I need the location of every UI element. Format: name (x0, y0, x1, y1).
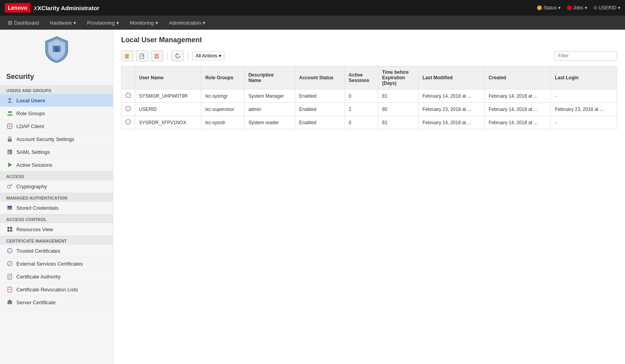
svg-rect-19 (10, 227, 12, 229)
sidebar-item-cert-authority-label: Certificate Authority (16, 274, 61, 280)
sidebar-item-external-certs-label: External Services Certificates (16, 261, 83, 267)
sidebar-icon-area (0, 30, 113, 70)
add-user-button[interactable] (121, 50, 134, 61)
edit-user-button[interactable] (136, 50, 148, 61)
col-header-role-groups[interactable]: Role Groups (201, 66, 244, 89)
external-certs-icon: ✓ (6, 260, 13, 267)
svg-rect-33 (9, 300, 11, 302)
sidebar-item-stored-credentials[interactable]: Stored Credentials (0, 202, 113, 214)
col-header-username[interactable]: User Name (135, 66, 201, 89)
sidebar-item-active-sessions[interactable]: Active Sessions (0, 159, 113, 171)
status-button[interactable]: Status ▾ (537, 5, 561, 11)
col-header-active-sessions[interactable]: ActiveSessions (345, 66, 378, 89)
sidebar-item-resources-view[interactable]: Resources View (0, 223, 113, 236)
resources-view-icon (6, 226, 13, 233)
sidebar-item-role-groups-label: Role Groups (16, 111, 45, 116)
status-chevron-icon: ▾ (558, 5, 561, 11)
row-radio-1[interactable] (121, 103, 135, 116)
hardware-chevron-icon: ▾ (73, 20, 76, 26)
user-icon: ⊙ (593, 5, 597, 11)
cell-time-expiration-0: 81 (378, 89, 418, 103)
cell-account-status-2: Enabled (295, 116, 345, 129)
sidebar-item-cert-revocation[interactable]: Certificate Revocation Lists (0, 283, 113, 296)
svg-text:✓: ✓ (8, 262, 11, 266)
table-header-row: User Name Role Groups DescriptiveName Ac… (121, 66, 617, 89)
status-warning-icon (537, 5, 542, 10)
cell-role-groups-2: lxc-sysrdr (201, 116, 244, 129)
filter-input[interactable] (555, 51, 617, 61)
cell-last-modified-1: February 23, 2018 at ... (418, 103, 484, 116)
nav-dashboard[interactable]: ⊞ Dashboard (3, 16, 44, 30)
sidebar-item-cert-authority[interactable]: Certificate Authority (0, 270, 113, 283)
refresh-button[interactable] (171, 50, 184, 61)
col-header-last-modified[interactable]: Last Modified (418, 66, 484, 89)
cell-role-groups-1: lxc-supervisor (201, 103, 244, 116)
svg-rect-9 (8, 139, 12, 142)
dashboard-icon: ⊞ (8, 20, 12, 26)
nav-monitoring[interactable]: Monitoring ▾ (125, 16, 163, 30)
sidebar-item-external-certs[interactable]: ✓ External Services Certificates (0, 257, 113, 270)
userid-button[interactable]: ⊙ USERID ▾ (593, 5, 620, 11)
svg-rect-17 (7, 206, 12, 207)
nav-provisioning[interactable]: Provisioning ▾ (82, 16, 124, 30)
cell-time-expiration-2: 81 (378, 116, 418, 129)
nav-hardware[interactable]: Hardware ▾ (45, 16, 81, 30)
refresh-icon (175, 53, 181, 59)
cell-last-login-2: - (551, 116, 617, 129)
sidebar: Security Users and Groups Local Users Ro… (0, 30, 113, 364)
cell-account-status-0: Enabled (295, 89, 345, 103)
svg-rect-20 (7, 230, 9, 232)
sidebar-item-local-users[interactable]: Local Users (0, 94, 113, 107)
administration-chevron-icon: ▾ (203, 20, 205, 26)
sidebar-item-active-sessions-label: Active Sessions (16, 162, 52, 168)
radio-button-1[interactable] (125, 106, 131, 111)
sidebar-item-local-users-label: Local Users (16, 98, 45, 103)
all-actions-dropdown[interactable]: All Actions ▾ (192, 52, 225, 60)
col-header-radio (121, 66, 135, 89)
cell-last-modified-2: February 14, 2018 at ... (418, 116, 484, 129)
nav-provisioning-label: Provisioning (87, 20, 115, 26)
table-row[interactable]: SYSMGR_UHPW0T9R lxc-sysmgr System Manage… (121, 89, 617, 103)
col-header-time-expiration[interactable]: Time beforeExpiration(Days) (378, 66, 418, 89)
delete-user-button[interactable] (151, 50, 163, 61)
sidebar-item-cryptography[interactable]: Cryptography (0, 180, 113, 193)
sidebar-section-users-groups: Users and Groups (0, 86, 113, 94)
col-header-desc-name[interactable]: DescriptiveName (244, 66, 295, 89)
sidebar-item-account-security[interactable]: Account Security Settings (0, 133, 113, 146)
sidebar-item-server-cert[interactable]: Server Certificate (0, 296, 113, 309)
cell-username-0: SYSMGR_UHPW0T9R (135, 89, 201, 103)
cell-account-status-1: Enabled (295, 103, 345, 116)
content-area: Local User Management (113, 30, 625, 364)
all-actions-chevron-icon: ▾ (219, 53, 221, 59)
sidebar-item-ldap-client[interactable]: LDAP Client (0, 120, 113, 133)
table-row[interactable]: SYSRDR_XFPV1NOX lxc-sysrdr System reader… (121, 116, 617, 129)
row-radio-0[interactable] (121, 89, 135, 103)
toolbar-separator (167, 51, 168, 61)
users-table: User Name Role Groups DescriptiveName Ac… (121, 66, 617, 129)
nav-bar: ⊞ Dashboard Hardware ▾ Provisioning ▾ Mo… (0, 16, 625, 30)
lenovo-logo: Lenovo (5, 3, 30, 12)
cell-created-1: February 14, 2018 at ... (485, 103, 551, 116)
cell-active-sessions-2: 0 (345, 116, 378, 129)
sidebar-section-cert-management: Certificate Management (0, 236, 113, 244)
col-header-account-status[interactable]: Account Status (295, 66, 345, 89)
nav-hardware-label: Hardware (50, 20, 72, 26)
sidebar-item-role-groups[interactable]: Role Groups (0, 107, 113, 120)
radio-button-2[interactable] (125, 119, 131, 125)
nav-administration[interactable]: Administration ▾ (164, 16, 210, 30)
col-header-created[interactable]: Created (485, 66, 551, 89)
jobs-button[interactable]: Jobs ▾ (567, 5, 587, 11)
cryptography-icon (6, 183, 13, 190)
sidebar-section-access: Access (0, 171, 113, 180)
sidebar-item-trusted-certs[interactable]: ✓ Trusted Certificates (0, 244, 113, 257)
table-row[interactable]: USERID lxc-supervisor admin Enabled 2 80… (121, 103, 617, 116)
nav-administration-label: Administration (169, 20, 201, 26)
row-radio-2[interactable] (121, 116, 135, 129)
radio-button-0[interactable] (125, 93, 131, 98)
saml-settings-icon: S (6, 148, 13, 155)
sidebar-item-saml-settings[interactable]: S SAML Settings (0, 146, 113, 159)
local-users-icon (6, 97, 13, 104)
col-header-last-login[interactable]: Last Login (551, 66, 617, 89)
svg-point-3 (9, 98, 11, 100)
toolbar: All Actions ▾ (121, 50, 617, 61)
